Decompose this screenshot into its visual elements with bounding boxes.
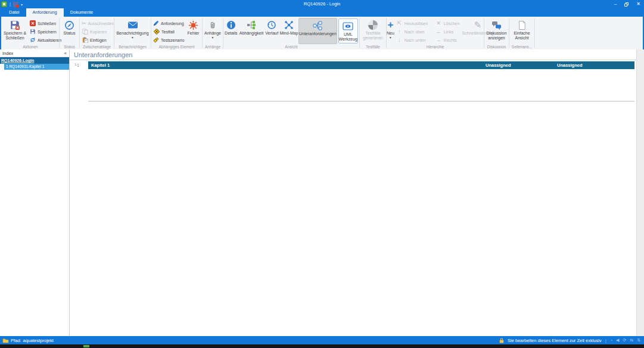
button-label: Nach oben — [405, 30, 425, 34]
qat-caret-icon[interactable]: ▾ — [21, 2, 23, 7]
speichern-schliessen-button[interactable]: Speichern & Schließen — [2, 18, 28, 44]
einfuegen-button[interactable]: Einfügen — [80, 36, 114, 44]
ribbon-group-abhaengiges-element: Anforderung Testfall Testszenario — [151, 17, 202, 49]
statusbar-icon-4[interactable]: ⇆ — [630, 338, 633, 343]
group-label: Abhängiges Element — [151, 44, 202, 49]
neu-button[interactable]: + Neu ▾ — [387, 18, 394, 44]
statusbar-icon-3[interactable]: ⟳ — [623, 338, 626, 343]
path-label: Pfad: — [11, 338, 21, 343]
statusbar-separator: | — [605, 338, 606, 343]
button-label: Benachrichtigung — [116, 31, 148, 36]
anforderung-button[interactable]: Anforderung — [151, 19, 185, 27]
arrow-right-icon: → — [435, 37, 442, 44]
benachrichtigung-button[interactable]: Benachrichtigung ▾ — [114, 18, 151, 44]
ribbon-group-hierarchie: + Neu ▾ ⇱ Herauslösen ✕ Löschen ↑ Nach o… — [387, 17, 484, 49]
button-label: Anhänge — [204, 31, 221, 36]
document-icon — [518, 19, 526, 31]
chat-bubbles-icon — [491, 19, 502, 31]
fehler-button[interactable]: Fehler — [185, 18, 201, 44]
ribbon-group-benachrichtigen: Benachrichtigung ▾ Benachrichtigen — [114, 17, 151, 49]
button-label: Mind-Map — [279, 31, 298, 36]
tree-item-root[interactable]: RQ140926-Login — [0, 57, 69, 64]
details-button[interactable]: Details — [223, 18, 239, 44]
arrow-left-icon: ← — [435, 29, 442, 35]
vertical-scrollbar[interactable] — [636, 49, 644, 336]
app-icon[interactable] — [1, 1, 7, 7]
schliessen-button[interactable]: Schließen — [28, 19, 58, 27]
loeschen-button: ✕ Löschen — [434, 19, 465, 27]
ribbon-group-anhaenge: Anhänge ▾ Anhänge — [203, 17, 223, 49]
statusbar-icon-2[interactable]: ◀ — [616, 338, 619, 343]
ribbon-group-seitenansicht: Einfache Ansicht Seitenans... — [509, 17, 534, 49]
einfache-ansicht-button[interactable]: Einfache Ansicht — [509, 18, 534, 44]
button-label: Einfügen — [90, 38, 107, 42]
uml-werkzeug-button[interactable]: UML Werkzeug — [338, 18, 358, 44]
group-divider — [534, 18, 535, 48]
tree-item-chapter[interactable]: 1 RQ140931-Kapitel 1 — [4, 64, 69, 70]
tab-datei[interactable]: Datei — [2, 8, 26, 17]
statusbar-icon-5[interactable]: ⇅ — [637, 338, 640, 343]
path-value: aquatestprojekt — [23, 338, 54, 343]
close-button[interactable]: ✕ — [636, 0, 640, 8]
minimize-button[interactable]: – — [614, 0, 617, 8]
button-label: Diskussion anzeigen — [484, 31, 509, 41]
main-panel: Unteranforderungen └1 Kapitel 1 Unassign… — [70, 49, 636, 336]
group-label: Testfälle — [360, 44, 386, 49]
quick-access-toolbar: | ▾ — [1, 1, 23, 8]
row-title: Kapitel 1 — [91, 63, 110, 68]
anhaenge-button[interactable]: Anhänge ▾ — [203, 18, 223, 44]
close-red-icon — [30, 20, 36, 27]
folder-icon — [2, 338, 9, 343]
button-label: Löschen — [444, 21, 459, 26]
group-label: Status — [60, 44, 79, 49]
restore-button[interactable] — [624, 2, 629, 7]
detach-icon: ⇱ — [396, 20, 403, 27]
dependency-icon — [247, 19, 256, 31]
row-status-2: Unassigned — [557, 61, 583, 69]
ribbon-group-diskussion: Diskussion anzeigen Diskussion — [484, 17, 509, 49]
herausloesen-button: ⇱ Herauslösen — [394, 19, 434, 27]
ribbon-group-testfaelle: Testfälle generieren Testfälle — [360, 17, 386, 49]
scissors-icon: ✂ — [82, 20, 86, 27]
paste-icon — [82, 37, 88, 44]
heading-divider — [70, 60, 636, 60]
testfall-icon — [153, 29, 160, 35]
links-button: ← Links — [434, 27, 465, 36]
save-close-icon — [10, 19, 20, 31]
speichern-button[interactable]: Speichern — [28, 27, 58, 36]
sidebar-title: Index — [2, 51, 13, 56]
qat-separator: | — [10, 1, 11, 8]
refresh-icon — [30, 37, 36, 44]
statusbar-icon-1[interactable]: ◔ — [610, 338, 612, 343]
testszenario-button[interactable]: Testszenario — [151, 36, 185, 44]
unteranforderungen-button[interactable]: Unteranforderungen — [298, 18, 337, 44]
title-bar: RQ140926 - Login | ▾ – ✕ — [0, 0, 644, 8]
button-label: Testszenario — [161, 38, 184, 42]
envelope-icon — [127, 19, 138, 31]
testfall-button[interactable]: Testfall — [151, 27, 185, 36]
ribbon-tab-row: Datei Anforderung Dokumente — [0, 8, 644, 17]
button-label: Status — [64, 31, 76, 36]
button-label: Schließen — [38, 21, 56, 26]
tab-dokumente[interactable]: Dokumente — [64, 8, 99, 17]
diskussion-anzeigen-button[interactable]: Diskussion anzeigen — [484, 18, 509, 44]
button-label: Herauslösen — [405, 21, 428, 26]
requirement-row[interactable]: └1 Kapitel 1 Unassigned Unassigned — [70, 61, 636, 69]
mindmap-button[interactable]: Mind-Map — [279, 18, 298, 44]
quick-save-icon[interactable] — [13, 2, 18, 7]
dropdown-caret-icon: ▾ — [132, 36, 133, 39]
tab-anforderung[interactable]: Anforderung — [26, 8, 64, 17]
quick-edit-pen-icon: ✎ — [474, 19, 482, 31]
abhaengigkeit-button[interactable]: Abhängigkeit — [239, 18, 265, 44]
status-button[interactable]: Status — [60, 18, 79, 44]
status-bar: Pfad: aquatestprojekt Sie bearbeiten die… — [0, 336, 644, 344]
button-label: Links — [444, 30, 453, 34]
collapse-sidebar-icon[interactable]: « — [64, 51, 67, 56]
button-label: Unteranforderungen — [299, 32, 337, 36]
row-title-bar[interactable]: Kapitel 1 Unassigned Unassigned — [88, 61, 634, 69]
paperclip-icon — [209, 19, 217, 31]
aktualisieren-button[interactable]: Aktualisieren — [28, 36, 58, 44]
verlauf-button[interactable]: Verlauf — [264, 18, 279, 44]
button-label: Details — [225, 31, 237, 36]
uml-eye-icon — [343, 20, 353, 32]
